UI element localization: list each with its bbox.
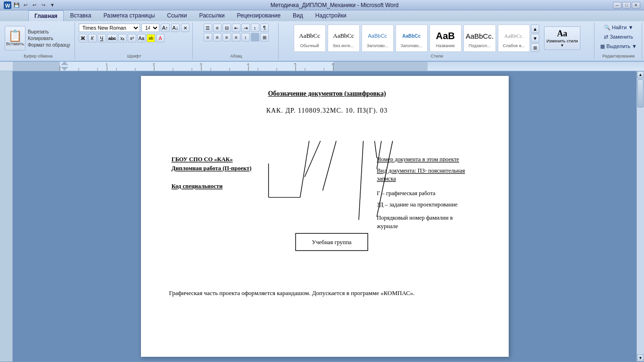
shading-button[interactable] (251, 33, 259, 41)
document-code: КАК. ДР. 110809.32МС. 10. ПЗ(Г). 03 (169, 107, 485, 115)
svg-text:1: 1 (106, 62, 108, 66)
svg-text:Код специальности: Код специальности (171, 183, 222, 190)
clipboard-group: 📋 Вставить Вырезать Копировать Формат по… (2, 23, 75, 59)
change-styles-button[interactable]: Аа Изменить стили ▼ (544, 26, 580, 50)
replace-label: Заменить (610, 34, 633, 40)
copy-button[interactable]: Копировать (26, 35, 72, 41)
styles-more[interactable]: ⊞ (531, 43, 539, 52)
font-name-select[interactable]: Times New Roman (79, 24, 140, 32)
ribbon-content: 📋 Вставить Вырезать Копировать Формат по… (0, 21, 644, 61)
save-quick-button[interactable]: 💾 (13, 1, 20, 9)
style-h2[interactable]: AaBbCс Заголово... (396, 25, 428, 52)
style-normal[interactable]: AaBbCс Обычный (294, 25, 326, 52)
style-h1-preview: AaBbCс (364, 28, 391, 43)
clipboard-small-buttons: Вырезать Копировать Формат по образцу (26, 29, 72, 48)
shrink-font-button[interactable]: A↓ (171, 24, 180, 32)
restore-button[interactable]: □ (622, 2, 631, 8)
change-styles-arrow: ▼ (560, 43, 564, 48)
close-button[interactable]: ✕ (632, 2, 640, 8)
style-title[interactable]: АаВ Название (429, 25, 462, 52)
style-weak[interactable]: AaBbCc. Слабое в... (498, 25, 530, 52)
line-spacing-button[interactable]: ↕ (241, 33, 250, 41)
svg-text:3: 3 (200, 62, 202, 66)
editing-label: Редактирование (603, 54, 635, 58)
case-button[interactable]: Аа (137, 34, 146, 42)
quick-access-more[interactable]: ▼ (49, 1, 56, 9)
ruler-track: 1 2 3 4 5 6 (13, 62, 644, 71)
justify-button[interactable]: ≡ (232, 33, 240, 41)
strikethrough-button[interactable]: abc (107, 34, 117, 42)
clear-format-button[interactable]: ✕ (181, 24, 190, 32)
increase-indent-button[interactable]: ⇥ (241, 24, 250, 32)
tab-layout[interactable]: Разметка страницы (98, 10, 160, 21)
italic-button[interactable]: К (88, 34, 97, 42)
editing-group: 🔍 Найти ▼ ⇄ Заменить ▦ Выделить ▼ Редакт… (595, 23, 642, 59)
paste-label: Вставить (6, 41, 24, 46)
font-size-select[interactable]: 14 (141, 24, 159, 32)
scroll-down-button[interactable]: ▼ (637, 354, 644, 362)
find-arrow: ▼ (628, 25, 633, 30)
underline-button[interactable]: Ч (98, 34, 106, 42)
tab-references[interactable]: Ссылки (161, 10, 192, 21)
document-area[interactable]: Обозначение документов (зашифровка) КАК.… (13, 71, 636, 362)
decrease-indent-button[interactable]: ⇤ (232, 24, 240, 32)
align-center-button[interactable]: ≡ (213, 33, 222, 41)
show-marks-button[interactable]: ¶ (260, 24, 269, 32)
borders-button[interactable]: ⊞ (260, 33, 269, 41)
left-margin (0, 71, 13, 362)
styles-scroll-up[interactable]: ▲ (531, 25, 539, 33)
scroll-up-button[interactable]: ▲ (637, 71, 644, 78)
select-button[interactable]: ▦ Выделить ▼ (598, 42, 639, 50)
sort-button[interactable]: ↕ (251, 24, 259, 32)
style-h1[interactable]: AaBbCс Заголово... (362, 25, 394, 52)
tab-mailings[interactable]: Рассылки (194, 10, 231, 21)
word-logo: W (4, 1, 11, 9)
svg-line-39 (322, 141, 336, 190)
align-left-button[interactable]: ≡ (204, 33, 212, 41)
bold-button[interactable]: Ж (79, 34, 87, 42)
tab-home[interactable]: Главная (28, 10, 64, 21)
align-right-button[interactable]: ≡ (223, 33, 231, 41)
select-arrow: ▼ (632, 43, 637, 49)
tab-view[interactable]: Вид (287, 10, 309, 21)
svg-text:W: W (5, 3, 10, 8)
style-no-spacing[interactable]: AaBbCс Без инте... (328, 25, 360, 52)
aa-large-icon: Аа (557, 29, 568, 39)
styles-scroll-down[interactable]: ▼ (531, 34, 539, 42)
grow-font-button[interactable]: A↑ (161, 24, 170, 32)
tab-addins[interactable]: Надстройки (310, 10, 352, 21)
numbering-button[interactable]: ≡ (213, 24, 222, 32)
style-title-name: Название (436, 43, 455, 48)
subscript-button[interactable]: х₂ (118, 34, 127, 42)
cut-button[interactable]: Вырезать (26, 29, 72, 35)
highlight-button[interactable]: ab (147, 34, 155, 42)
vertical-scrollbar[interactable]: ▲ ▼ (636, 71, 644, 362)
redo-button[interactable]: ↪ (40, 1, 47, 9)
svg-line-42 (374, 141, 377, 158)
styles-label: Стили (431, 54, 443, 58)
style-h1-name: Заголово... (367, 43, 388, 48)
superscript-button[interactable]: х² (128, 34, 136, 42)
bullets-button[interactable]: ☰ (204, 24, 212, 32)
font-color-button[interactable]: А (156, 34, 165, 42)
scroll-thumb[interactable] (637, 79, 644, 107)
svg-rect-3 (333, 62, 428, 71)
undo-arrow[interactable]: ↩ (31, 1, 38, 9)
tab-review[interactable]: Рецензирование (231, 10, 286, 21)
replace-button[interactable]: ⇄ Заменить (602, 33, 635, 41)
diagram-svg: ГБОУ СПО СО «КАК» Дипломная работа (П-пр… (169, 129, 485, 280)
svg-line-40 (359, 141, 363, 220)
minimize-button[interactable]: ─ (613, 2, 621, 8)
format-painter-button[interactable]: Формат по образцу (26, 42, 72, 48)
find-button[interactable]: 🔍 Найти ▼ (602, 24, 635, 32)
svg-text:Г – графическая работа: Г – графическая работа (377, 190, 436, 197)
document-footer-text: Графическая часть проекта оформляется ка… (169, 289, 485, 297)
multilevel-button[interactable]: ⊟ (223, 24, 231, 32)
style-subtitle[interactable]: AaBbCc. Подзагол... (463, 25, 496, 52)
svg-text:журнале: журнале (376, 223, 398, 230)
clipboard-label: Буфер обмена (24, 54, 52, 58)
undo-button[interactable]: ↩ (22, 1, 29, 9)
replace-icon: ⇄ (604, 34, 608, 40)
tab-insert[interactable]: Вставка (65, 10, 97, 21)
paste-button[interactable]: 📋 Вставить (5, 26, 25, 50)
